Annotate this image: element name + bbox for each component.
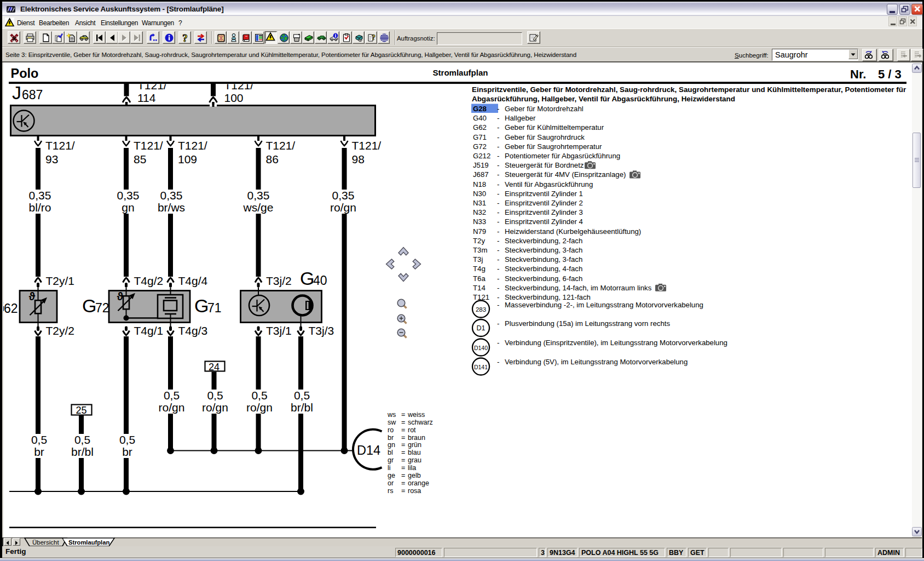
svg-text:-: - bbox=[497, 246, 499, 254]
svg-text:ro/gn: ro/gn bbox=[246, 401, 273, 414]
svg-text:G: G bbox=[82, 295, 96, 316]
svg-text:Polo: Polo bbox=[11, 66, 39, 81]
svg-text:=: = bbox=[401, 426, 405, 434]
svg-text:=: = bbox=[401, 434, 405, 442]
svg-text:-: - bbox=[497, 227, 499, 236]
svg-text:br: br bbox=[388, 434, 394, 442]
svg-text:-: - bbox=[497, 217, 499, 226]
svg-text:schwarz: schwarz bbox=[408, 419, 433, 426]
svg-text:5 / 3: 5 / 3 bbox=[878, 67, 902, 81]
svg-text:=: = bbox=[401, 456, 405, 464]
svg-text:T3j: T3j bbox=[473, 255, 483, 264]
svg-text:T4g/3: T4g/3 bbox=[178, 324, 208, 337]
svg-text:G: G bbox=[194, 295, 209, 316]
svg-text:T121/: T121/ bbox=[134, 139, 163, 152]
svg-text:Einspritzventil Zylinder 4: Einspritzventil Zylinder 4 bbox=[505, 217, 583, 226]
svg-text:grau: grau bbox=[408, 456, 421, 464]
svg-text:0,5: 0,5 bbox=[294, 389, 310, 402]
svg-text:gn: gn bbox=[122, 201, 134, 214]
svg-text:Stromlaufplan: Stromlaufplan bbox=[68, 539, 109, 546]
svg-text:ge: ge bbox=[388, 472, 395, 479]
svg-text:-: - bbox=[497, 152, 499, 160]
svg-text:Ventil für Abgasrückführung: Ventil für Abgasrückführung bbox=[505, 180, 593, 188]
svg-text:Steuergerät für Bordnetz: Steuergerät für Bordnetz bbox=[505, 161, 584, 169]
svg-text:=: = bbox=[401, 449, 405, 456]
svg-text:D14: D14 bbox=[357, 443, 380, 457]
svg-text:G: G bbox=[300, 268, 314, 289]
svg-text:T121/: T121/ bbox=[178, 139, 207, 152]
svg-text:85: 85 bbox=[134, 153, 146, 165]
svg-text:=: = bbox=[401, 441, 405, 449]
svg-text:gr: gr bbox=[388, 456, 394, 464]
svg-text:86: 86 bbox=[266, 153, 279, 165]
svg-text:bl/ro: bl/ro bbox=[29, 201, 51, 214]
svg-text:=: = bbox=[401, 472, 405, 479]
svg-text:rosa: rosa bbox=[408, 487, 421, 495]
svg-text:G71: G71 bbox=[473, 133, 487, 141]
svg-text:0,35: 0,35 bbox=[160, 189, 183, 202]
svg-text:J687: J687 bbox=[473, 170, 489, 179]
svg-text:lila: lila bbox=[408, 464, 416, 472]
svg-text:0,5: 0,5 bbox=[251, 389, 267, 402]
svg-text:T2y: T2y bbox=[473, 237, 485, 245]
svg-text:G212: G212 bbox=[473, 152, 490, 160]
svg-text:Heizwiderstand (Kurbelgehäusee: Heizwiderstand (Kurbelgehäuseentlüftung) bbox=[505, 227, 641, 236]
svg-text:bl: bl bbox=[388, 449, 393, 456]
svg-text:72: 72 bbox=[95, 301, 109, 315]
svg-text:Verbindung (5V), im Leitungsst: Verbindung (5V), im Leitungsstrang Motor… bbox=[505, 358, 688, 366]
svg-text:-: - bbox=[497, 339, 499, 347]
svg-text:40: 40 bbox=[313, 273, 327, 288]
svg-text:br/ws: br/ws bbox=[158, 201, 185, 214]
svg-text:-: - bbox=[497, 114, 499, 122]
svg-text:0,5: 0,5 bbox=[74, 433, 90, 446]
svg-text:=: = bbox=[401, 487, 405, 495]
svg-text:62: 62 bbox=[4, 301, 18, 316]
svg-text:T2y/2: T2y/2 bbox=[46, 324, 75, 337]
svg-text:T6a: T6a bbox=[473, 274, 486, 283]
svg-text:-: - bbox=[497, 274, 499, 283]
svg-text:25: 25 bbox=[76, 405, 86, 416]
svg-text:0,35: 0,35 bbox=[332, 189, 355, 202]
svg-text:-: - bbox=[497, 133, 499, 141]
svg-text:br: br bbox=[122, 445, 132, 458]
svg-text:G62: G62 bbox=[473, 123, 487, 131]
svg-text:Einspritzventile, Geber für Mo: Einspritzventile, Geber für Motordrehzah… bbox=[472, 85, 906, 94]
svg-text:0,5: 0,5 bbox=[207, 389, 223, 402]
svg-text:0,5: 0,5 bbox=[164, 389, 180, 402]
svg-text:0,5: 0,5 bbox=[31, 433, 47, 446]
svg-text:rot: rot bbox=[408, 426, 416, 434]
svg-text:gn: gn bbox=[388, 441, 395, 449]
svg-text:Geber für Motordrehzahl: Geber für Motordrehzahl bbox=[505, 105, 584, 113]
svg-text:-: - bbox=[497, 284, 499, 292]
svg-text:-: - bbox=[497, 123, 499, 131]
svg-text:-: - bbox=[497, 208, 499, 216]
svg-text:ro/gn: ro/gn bbox=[159, 401, 185, 414]
svg-text:G28: G28 bbox=[473, 105, 487, 113]
svg-text:Hallgeber: Hallgeber bbox=[505, 114, 536, 122]
svg-text:0,35: 0,35 bbox=[29, 189, 51, 202]
svg-text:T2y/1: T2y/1 bbox=[46, 274, 75, 287]
svg-text:=: = bbox=[401, 419, 405, 426]
svg-text:T121/: T121/ bbox=[137, 79, 167, 91]
svg-text:Steckverbindung, 6-fach: Steckverbindung, 6-fach bbox=[505, 274, 582, 283]
svg-text:-: - bbox=[497, 358, 499, 366]
svg-text:687: 687 bbox=[22, 88, 43, 102]
svg-text:-: - bbox=[497, 105, 499, 113]
svg-text:-: - bbox=[497, 293, 499, 301]
svg-text:Steuergerät für 4MV (Einspritz: Steuergerät für 4MV (Einspritzanlage) bbox=[505, 170, 626, 179]
svg-text:T3j/2: T3j/2 bbox=[266, 274, 292, 287]
svg-text:ws/ge: ws/ge bbox=[243, 201, 274, 214]
svg-text:-: - bbox=[497, 199, 499, 207]
svg-text:0,35: 0,35 bbox=[247, 189, 270, 202]
svg-text:br/bl: br/bl bbox=[71, 445, 94, 458]
svg-text:100: 100 bbox=[224, 91, 244, 104]
svg-text:ϑ: ϑ bbox=[117, 290, 124, 302]
svg-text:Stromlaufplan: Stromlaufplan bbox=[433, 68, 488, 77]
svg-text:T121/: T121/ bbox=[266, 139, 296, 152]
svg-text:D140: D140 bbox=[474, 345, 488, 351]
svg-text:Masseverbindung -2-, im Leitun: Masseverbindung -2-, im Leitungsstrang M… bbox=[505, 301, 703, 309]
svg-text:Geber für Saugrohrtemperatur: Geber für Saugrohrtemperatur bbox=[505, 142, 602, 151]
svg-text:N31: N31 bbox=[473, 199, 486, 207]
svg-text:Übersicht: Übersicht bbox=[32, 539, 59, 546]
svg-text:ϑ: ϑ bbox=[29, 290, 36, 302]
